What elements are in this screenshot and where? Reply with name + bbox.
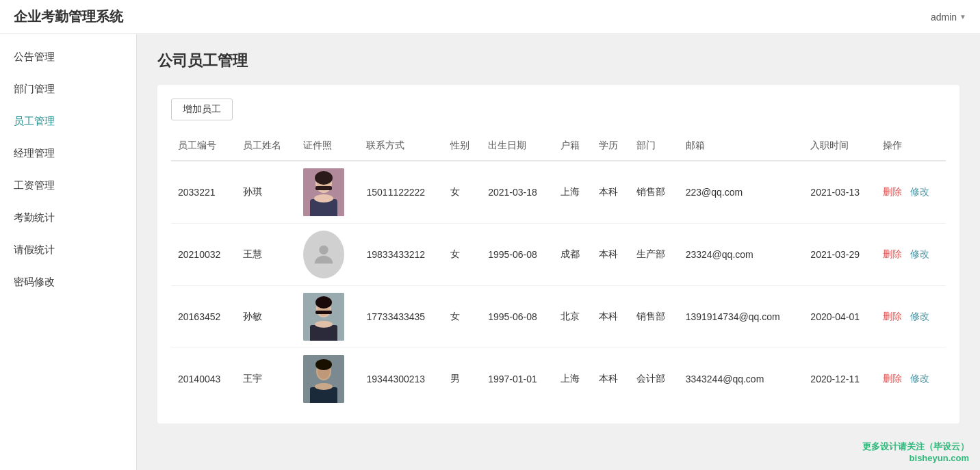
- employee-avatar: [296, 286, 359, 348]
- sidebar-item-leave[interactable]: 请假统计: [0, 234, 136, 266]
- employee-dept: 销售部: [630, 161, 679, 224]
- username-label: admin: [931, 12, 957, 23]
- svg-point-7: [319, 246, 328, 254]
- employee-avatar: [296, 161, 359, 224]
- sidebar: 公告管理 部门管理 员工管理 经理管理 工资管理 考勤统计 请假统计 密码修改: [0, 34, 137, 470]
- col-action: 操作: [876, 131, 946, 161]
- sidebar-item-salary[interactable]: 工资管理: [0, 170, 136, 202]
- employee-email: 23324@qq.com: [679, 224, 804, 286]
- col-phone: 联系方式: [359, 131, 443, 161]
- employee-actions: 删除 修改: [876, 224, 946, 286]
- employee-birthday: 1995-06-08: [481, 224, 554, 286]
- employee-birthday: 2021-03-18: [481, 161, 554, 224]
- page-title: 公司员工管理: [157, 51, 959, 71]
- employee-origin: 上海: [554, 161, 591, 224]
- layout: 公告管理 部门管理 员工管理 经理管理 工资管理 考勤统计 请假统计 密码修改 …: [0, 34, 980, 470]
- employee-origin: 北京: [554, 286, 591, 348]
- employee-education: 本科: [592, 161, 630, 224]
- employee-name: 孙敏: [236, 286, 296, 348]
- employee-phone: 15011122222: [359, 161, 443, 224]
- col-email: 邮箱: [679, 131, 804, 161]
- table-row: 20140043 王宇 19344300213 男 1997-01-01 上海 …: [171, 348, 946, 410]
- watermark: 更多设计请关注（毕设云） bisheyun.com: [862, 441, 969, 463]
- employee-gender: 女: [443, 161, 481, 224]
- col-education: 学历: [592, 131, 630, 161]
- add-employee-button[interactable]: 增加员工: [171, 99, 233, 120]
- employee-education: 本科: [592, 224, 630, 286]
- svg-rect-6: [315, 186, 332, 190]
- employee-dept: 销售部: [630, 286, 679, 348]
- employee-id: 20210032: [171, 224, 236, 286]
- employee-actions: 删除 修改: [876, 161, 946, 224]
- employee-table: 员工编号 员工姓名 证件照 联系方式 性别 出生日期 户籍 学历 部门 邮箱 入…: [171, 131, 946, 410]
- col-dept: 部门: [630, 131, 679, 161]
- employee-email: 1391914734@qq.com: [679, 286, 804, 348]
- employee-name: 孙琪: [236, 161, 296, 224]
- sidebar-item-manager[interactable]: 经理管理: [0, 138, 136, 170]
- svg-point-4: [314, 194, 333, 203]
- employee-actions: 删除 修改: [876, 348, 946, 410]
- employee-name: 王宇: [236, 348, 296, 410]
- employee-gender: 男: [443, 348, 481, 410]
- sidebar-item-employee[interactable]: 员工管理: [0, 105, 136, 138]
- svg-point-12: [315, 321, 333, 328]
- table-row: 20163452 孙敏 17733433435 女 1995-06-08 北京 …: [171, 286, 946, 348]
- edit-button[interactable]: 修改: [910, 248, 929, 259]
- table-row: 20210032 王慧 19833433212 女 1995-06-08 成都 …: [171, 224, 946, 286]
- watermark-line2: bisheyun.com: [862, 453, 969, 463]
- col-birthday: 出生日期: [481, 131, 554, 161]
- employee-origin: 上海: [554, 348, 591, 410]
- content-card: 增加员工 员工编号 员工姓名 证件照 联系方式 性别 出生日期 户籍 学历 部门…: [157, 85, 959, 423]
- svg-point-5: [315, 171, 333, 185]
- main-content: 公司员工管理 增加员工 员工编号 员工姓名 证件照 联系方式 性别 出生日期 户…: [137, 34, 980, 470]
- col-name: 员工姓名: [236, 131, 296, 161]
- employee-email: 223@qq.com: [679, 161, 804, 224]
- delete-button[interactable]: 删除: [883, 186, 902, 197]
- sidebar-item-attendance[interactable]: 考勤统计: [0, 202, 136, 234]
- sidebar-item-password[interactable]: 密码修改: [0, 266, 136, 298]
- user-menu[interactable]: admin ▼: [931, 12, 966, 23]
- employee-birthday: 1995-06-08: [481, 286, 554, 348]
- employee-phone: 19833433212: [359, 224, 443, 286]
- avatar: [303, 231, 344, 278]
- svg-rect-14: [315, 311, 332, 314]
- employee-hire-date: 2020-04-01: [803, 286, 876, 348]
- edit-button[interactable]: 修改: [910, 186, 929, 197]
- employee-birthday: 1997-01-01: [481, 348, 554, 410]
- employee-id: 20163452: [171, 286, 236, 348]
- employee-hire-date: 2021-03-13: [803, 161, 876, 224]
- delete-button[interactable]: 删除: [883, 373, 902, 384]
- employee-id: 2033221: [171, 161, 236, 224]
- dropdown-arrow-icon: ▼: [959, 13, 966, 21]
- employee-name: 王慧: [236, 224, 296, 286]
- employee-phone: 17733433435: [359, 286, 443, 348]
- avatar: [303, 293, 344, 341]
- employee-email: 3343244@qq.com: [679, 348, 804, 410]
- employee-gender: 女: [443, 224, 481, 286]
- svg-point-20: [315, 359, 332, 370]
- employee-education: 本科: [592, 348, 630, 410]
- delete-button[interactable]: 删除: [883, 248, 902, 259]
- employee-id: 20140043: [171, 348, 236, 410]
- svg-point-13: [315, 296, 332, 309]
- employee-hire-date: 2021-03-29: [803, 224, 876, 286]
- table-header-row: 员工编号 员工姓名 证件照 联系方式 性别 出生日期 户籍 学历 部门 邮箱 入…: [171, 131, 946, 161]
- col-id: 员工编号: [171, 131, 236, 161]
- app-title: 企业考勤管理系统: [14, 8, 123, 26]
- sidebar-item-department[interactable]: 部门管理: [0, 73, 136, 105]
- col-photo: 证件照: [296, 131, 359, 161]
- employee-avatar: [296, 224, 359, 286]
- edit-button[interactable]: 修改: [910, 373, 929, 384]
- sidebar-item-announcement[interactable]: 公告管理: [0, 41, 136, 73]
- header: 企业考勤管理系统 admin ▼: [0, 0, 980, 34]
- col-gender: 性别: [443, 131, 481, 161]
- employee-hire-date: 2020-12-11: [803, 348, 876, 410]
- col-origin: 户籍: [554, 131, 591, 161]
- svg-point-19: [315, 383, 333, 390]
- employee-dept: 会计部: [630, 348, 679, 410]
- avatar: [303, 355, 344, 403]
- avatar: [303, 168, 344, 216]
- edit-button[interactable]: 修改: [910, 311, 929, 322]
- watermark-line1: 更多设计请关注（毕设云）: [862, 441, 969, 453]
- delete-button[interactable]: 删除: [883, 311, 902, 322]
